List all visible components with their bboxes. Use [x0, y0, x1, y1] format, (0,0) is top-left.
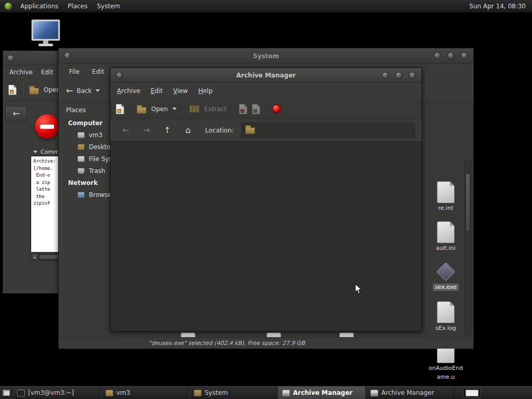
home-button[interactable]: ⌂ [179, 123, 197, 138]
close-button[interactable] [461, 52, 468, 59]
archive-manager-icon [370, 390, 378, 396]
open-button-label[interactable]: Open [151, 105, 168, 113]
minimize-button[interactable] [382, 72, 389, 79]
taskbar-item-system[interactable]: System [189, 387, 277, 399]
menu-view[interactable]: View [173, 87, 188, 95]
taskbar-item-archive-manager[interactable]: Archive Manager [366, 387, 454, 399]
menu-applications[interactable]: Applications [16, 0, 63, 13]
workspace-window-thumbnail [466, 390, 478, 396]
forward-button[interactable]: → [138, 123, 155, 138]
back-button[interactable]: ← [117, 123, 135, 138]
minimize-button[interactable] [434, 52, 441, 59]
back-history-caret-icon[interactable] [96, 89, 100, 92]
separator [232, 102, 233, 116]
back-button[interactable]: ← Back [64, 87, 102, 95]
archive-manager-window: Archive Manager Archive Edit View Help O… [110, 68, 422, 331]
open-folder-icon[interactable] [29, 88, 39, 95]
distro-logo-icon[interactable] [4, 2, 12, 10]
file-name: sex.exe [433, 284, 459, 291]
menu-places[interactable]: Places [63, 0, 92, 13]
up-arrow-icon: ↑ [164, 126, 170, 135]
window-title: Archive Manager [236, 72, 296, 79]
show-desktop-button[interactable] [0, 387, 12, 399]
window-menu-button[interactable] [116, 72, 123, 79]
partial-file-icon [339, 332, 354, 337]
show-desktop-icon [3, 390, 10, 396]
back-arrow-icon: ← [12, 110, 19, 118]
menu-help[interactable]: Help [198, 87, 212, 95]
network-icon [77, 192, 85, 198]
new-archive-icon[interactable] [116, 104, 124, 114]
menu-edit[interactable]: Edit [151, 87, 163, 95]
menu-edit[interactable]: Edit [41, 69, 53, 76]
extract-icon[interactable] [189, 105, 200, 113]
extract-button-label[interactable]: Extract [204, 105, 227, 113]
scroll-left-icon[interactable]: ◂ [31, 254, 38, 260]
archive-manager-icon [282, 390, 290, 396]
command-output-expander[interactable]: Comm [33, 149, 59, 155]
back-button-label: Back [76, 87, 91, 95]
menu-edit[interactable]: Edit [92, 68, 104, 75]
taskbar-item-label: Archive Manager [293, 389, 352, 396]
file-item[interactable]: re.int [421, 180, 471, 220]
open-folder-icon[interactable] [137, 107, 147, 114]
titlebar[interactable]: System [59, 48, 473, 64]
file-item[interactable]: ault.ini [421, 220, 471, 260]
up-button[interactable]: ↑ [158, 123, 176, 138]
workspace-switcher[interactable] [463, 388, 481, 398]
clock[interactable]: Sun Apr 14, 08:30 [469, 3, 532, 10]
places-label: Places [66, 107, 86, 114]
taskbar-item-archive-manager-active[interactable]: Archive Manager [277, 387, 366, 399]
monitor-icon [32, 20, 60, 41]
stop-icon[interactable] [272, 104, 281, 113]
back-nav-button[interactable]: ← [5, 106, 27, 122]
sidebar-item-label: Trash [89, 167, 105, 175]
status-text: "deusex.exe" selected (402.4 kB), Free s… [149, 340, 305, 347]
current-folder-icon [245, 127, 255, 134]
maximize-button[interactable] [447, 52, 455, 59]
archive-file-list-area[interactable] [111, 142, 421, 331]
add-folder-icon[interactable] [252, 104, 260, 114]
disk-icon [77, 132, 85, 138]
taskbar-item-label: System [205, 389, 228, 396]
file-item[interactable]: sEx.log [421, 300, 471, 340]
location-label: Location: [205, 127, 234, 134]
taskbar-item-terminal[interactable]: [vm3@vm3:~] [12, 387, 101, 399]
expander-caret-icon [33, 151, 37, 153]
file-list: re.int ault.ini sex.exe sEx.log onAudioE… [421, 180, 471, 389]
computer-desktop-icon[interactable] [30, 20, 61, 46]
new-archive-icon[interactable] [8, 85, 17, 95]
document-icon [437, 301, 455, 323]
taskbar-item-vm3[interactable]: vm3 [101, 387, 189, 399]
top-panel: Applications Places System Sun Apr 14, 0… [0, 0, 532, 13]
folder-icon [105, 390, 113, 396]
open-recent-caret-icon[interactable] [172, 108, 177, 110]
window-menu-button[interactable] [7, 55, 15, 62]
vertical-scrollbar[interactable] [464, 161, 471, 335]
trash-icon [77, 168, 85, 174]
monitor-base [38, 44, 53, 46]
window-menu-button[interactable] [64, 52, 71, 59]
expander-label: Comm [41, 149, 59, 155]
sidebar-item-label: vm3 [89, 131, 102, 139]
file-name: sEx.log [433, 325, 458, 332]
file-name: re.int [436, 205, 456, 212]
add-files-icon[interactable] [239, 104, 247, 114]
close-button[interactable] [409, 72, 416, 79]
home-icon: ⌂ [185, 126, 191, 135]
menu-system[interactable]: System [92, 0, 125, 13]
menu-archive[interactable]: Archive [117, 87, 140, 95]
file-name: ault.ini [434, 245, 458, 252]
partial-file-icon [181, 332, 195, 337]
maximize-button[interactable] [395, 72, 403, 79]
sidebar-item-label: Browse [89, 191, 112, 198]
titlebar[interactable]: Archive Manager [111, 68, 421, 83]
scrollbar-thumb[interactable] [466, 174, 470, 232]
menu-archive[interactable]: Archive [9, 69, 33, 76]
location-entry[interactable] [241, 123, 415, 138]
mouse-cursor [355, 284, 362, 296]
file-item-selected[interactable]: sex.exe [421, 260, 471, 300]
back-arrow-icon: ← [122, 126, 129, 135]
folder-icon [77, 144, 85, 150]
menu-file[interactable]: File [69, 68, 79, 75]
